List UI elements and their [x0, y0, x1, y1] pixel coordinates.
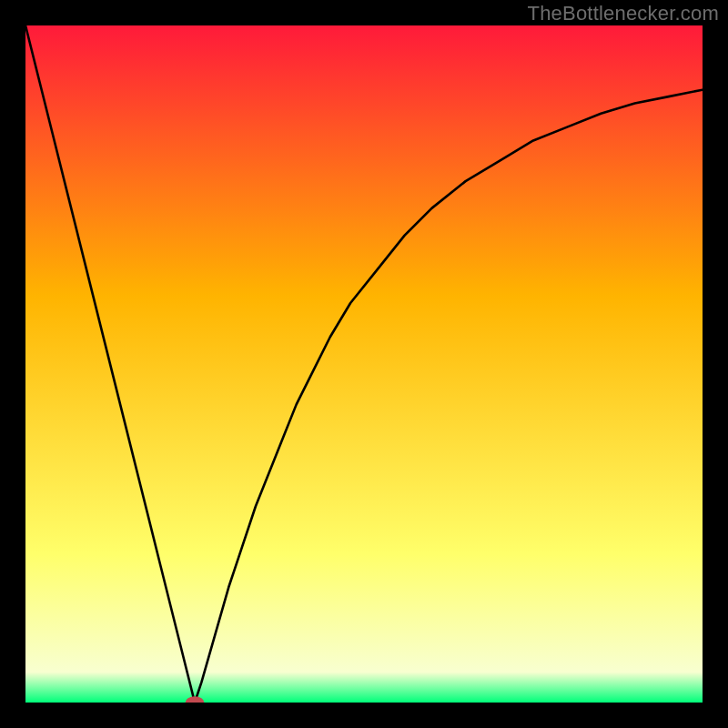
gradient-background	[25, 25, 703, 703]
bottleneck-chart	[25, 25, 703, 703]
attribution-label: TheBottlenecker.com	[528, 2, 719, 25]
chart-frame: TheBottlenecker.com	[0, 0, 728, 728]
